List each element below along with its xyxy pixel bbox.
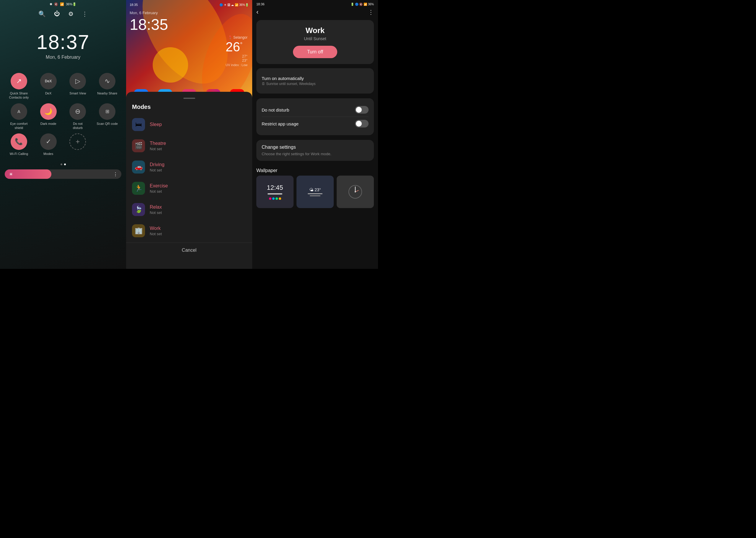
status-bar-1: ✱ 🔇 📶 36%🔋 bbox=[0, 0, 126, 9]
auto-schedule: 🗓 Sunrise until sunset, Weekdays bbox=[262, 82, 316, 86]
quick-share-icon: ↗ bbox=[11, 73, 27, 89]
dark-mode-label: Dark mode bbox=[40, 122, 56, 126]
clock-time: 18:37 bbox=[0, 30, 126, 53]
p2-temp-low: 23° bbox=[242, 58, 248, 63]
driving-icon: 🚗 bbox=[132, 161, 145, 174]
mode-item-work[interactable]: 🏢 Work Not set bbox=[126, 220, 252, 242]
auto-info: Turn on automatically 🗓 Sunrise until su… bbox=[262, 76, 316, 86]
wifi-calling-icon: 📞 bbox=[11, 134, 27, 150]
tile-add[interactable]: + bbox=[65, 134, 91, 156]
mode-item-sleep[interactable]: 🛏 Sleep bbox=[126, 114, 252, 135]
search-icon[interactable]: 🔍 bbox=[38, 10, 46, 18]
p3-time: 18:36 bbox=[256, 2, 264, 6]
dnd-toggle-row: Do not disturb bbox=[262, 103, 369, 117]
quick-share-label: Quick ShareContacts only bbox=[9, 91, 29, 100]
modes-bottom-sheet: Modes 🛏 Sleep 🎬 Theatre Not set 🚗 Drivin… bbox=[126, 92, 252, 269]
wifi-calling-label: Wi-Fi Calling bbox=[10, 152, 28, 156]
tile-scan-qr[interactable]: ⊞ Scan QR code bbox=[94, 103, 120, 130]
tile-eye-comfort[interactable]: A Eye comfortshield bbox=[6, 103, 32, 130]
more-button[interactable]: ⋮ bbox=[368, 9, 374, 16]
work-mode-card: Work Until Sunset Turn off bbox=[256, 20, 374, 64]
dnd-toggle-label: Do not disturb bbox=[262, 107, 289, 112]
p2-weather: 📍 Selangor 26 ° 27° 23° UV index : Low bbox=[226, 35, 248, 67]
tile-nearby-share[interactable]: ∿ Nearby Share bbox=[94, 73, 120, 100]
wp1-dot4 bbox=[279, 197, 281, 200]
p3-status-icons: 🔋 🔵 🔇 📶 36% bbox=[351, 3, 374, 6]
tile-dex[interactable]: DeX DeX bbox=[35, 73, 61, 100]
power-icon[interactable]: ⏻ bbox=[54, 10, 60, 18]
relax-icon: 🍃 bbox=[132, 203, 145, 216]
panel-work-settings: 18:36 🔋 🔵 🔇 📶 36% ‹ ⋮ Work Until Sunset … bbox=[252, 0, 378, 269]
smart-view-label: Smart View bbox=[69, 91, 86, 95]
status-icons-1: ✱ 🔇 📶 36%🔋 bbox=[50, 2, 77, 6]
analog-clock-svg bbox=[348, 185, 363, 199]
wp2-weather: 🌤 23° bbox=[309, 188, 321, 192]
driving-info: Driving Not set bbox=[150, 162, 246, 172]
wp1-dot1 bbox=[269, 197, 271, 200]
p3-toolbar: ‹ ⋮ bbox=[252, 7, 378, 18]
brightness-menu-icon[interactable]: ⋮ bbox=[113, 172, 118, 177]
svg-point-7 bbox=[355, 191, 356, 192]
wallpaper-content: 18:35 🔵 ☀ 🖼 ☁ 📶 36%🔋 Mon, 6 February 18:… bbox=[126, 0, 252, 106]
toolbar-1: 🔍 ⏻ ⚙ ⋮ bbox=[0, 9, 126, 22]
mode-item-exercise[interactable]: 🏃 Exercise Not set bbox=[126, 178, 252, 199]
p2-date: Mon, 6 February bbox=[130, 11, 249, 15]
settings-icon[interactable]: ⚙ bbox=[68, 10, 74, 18]
sleep-info: Sleep bbox=[150, 122, 246, 127]
wallpaper-section: Wallpaper 12:45 🌤 23° bbox=[256, 166, 374, 208]
tile-dark-mode[interactable]: 🌙 Dark mode bbox=[35, 103, 61, 130]
sleep-icon: 🛏 bbox=[132, 118, 145, 131]
brightness-sun-icon: ☀ bbox=[9, 172, 13, 177]
p2-time: 18:35 bbox=[130, 3, 138, 7]
work-mode-status: Not set bbox=[150, 232, 246, 236]
p2-temp: 26 ° bbox=[226, 39, 248, 54]
more-icon[interactable]: ⋮ bbox=[82, 10, 88, 18]
p2-status-icons: 🔵 ☀ 🖼 ☁ 📶 36%🔋 bbox=[219, 3, 249, 7]
auto-label: Turn on automatically bbox=[262, 76, 316, 81]
mode-item-theatre[interactable]: 🎬 Theatre Not set bbox=[126, 135, 252, 156]
relax-status: Not set bbox=[150, 210, 246, 215]
dot-2 bbox=[64, 164, 66, 165]
p3-status-bar: 18:36 🔋 🔵 🔇 📶 36% bbox=[252, 0, 378, 7]
mode-item-driving[interactable]: 🚗 Driving Not set bbox=[126, 156, 252, 178]
wallpaper-preview-1[interactable]: 12:45 bbox=[256, 176, 294, 208]
wallpaper-preview-2[interactable]: 🌤 23° bbox=[297, 176, 334, 208]
change-settings-card[interactable]: Change settings Choose the right setting… bbox=[256, 140, 374, 161]
back-button[interactable]: ‹ bbox=[256, 8, 259, 16]
restrict-toggle-label: Restrict app usage bbox=[262, 121, 299, 126]
wp2-bar1 bbox=[308, 193, 322, 194]
p2-temp-range: 27° 23° bbox=[226, 54, 248, 63]
tile-quick-share[interactable]: ↗ Quick ShareContacts only bbox=[6, 73, 32, 100]
wallpaper-preview-3[interactable] bbox=[337, 176, 374, 208]
p2-temp-deg: ° bbox=[240, 41, 243, 48]
auto-settings-card: Turn on automatically 🗓 Sunrise until su… bbox=[256, 68, 374, 93]
eye-comfort-icon: A bbox=[11, 103, 27, 120]
dnd-icon: ⊖ bbox=[69, 103, 86, 120]
work-mode-icon: 🏢 bbox=[132, 224, 145, 237]
brightness-bar[interactable]: ☀ ⋮ bbox=[5, 169, 121, 179]
exercise-info: Exercise Not set bbox=[150, 183, 246, 193]
wp1-dot2 bbox=[272, 197, 275, 200]
wp1-clock: 12:45 bbox=[267, 184, 283, 191]
tile-smart-view[interactable]: ▷ Smart View bbox=[65, 73, 91, 100]
exercise-status: Not set bbox=[150, 189, 246, 193]
restrict-toggle-knob bbox=[356, 121, 362, 127]
scan-qr-label: Scan QR code bbox=[96, 122, 118, 126]
turn-off-button[interactable]: Turn off bbox=[293, 46, 337, 58]
theatre-status: Not set bbox=[150, 147, 246, 151]
restrict-toggle[interactable] bbox=[355, 120, 369, 128]
tile-dnd[interactable]: ⊖ Do notdisturb bbox=[65, 103, 91, 130]
mode-item-relax[interactable]: 🍃 Relax Not set bbox=[126, 199, 252, 220]
tile-modes[interactable]: ✓ Modes bbox=[35, 134, 61, 156]
wp1-dot3 bbox=[275, 197, 278, 200]
dnd-toggle[interactable] bbox=[355, 106, 369, 114]
sheet-handle bbox=[183, 98, 195, 99]
panel-modes: 18:35 🔵 ☀ 🖼 ☁ 📶 36%🔋 Mon, 6 February 18:… bbox=[126, 0, 252, 269]
wp2-bar2 bbox=[310, 195, 320, 196]
quick-tiles-grid: ↗ Quick ShareContacts only DeX DeX ▷ Sma… bbox=[0, 61, 126, 159]
cancel-button[interactable]: Cancel bbox=[126, 242, 252, 258]
dot-1 bbox=[61, 164, 62, 165]
work-mode-subtitle: Until Sunset bbox=[262, 36, 368, 41]
sheet-title: Modes bbox=[126, 104, 252, 114]
tile-wifi-calling[interactable]: 📞 Wi-Fi Calling bbox=[6, 134, 32, 156]
